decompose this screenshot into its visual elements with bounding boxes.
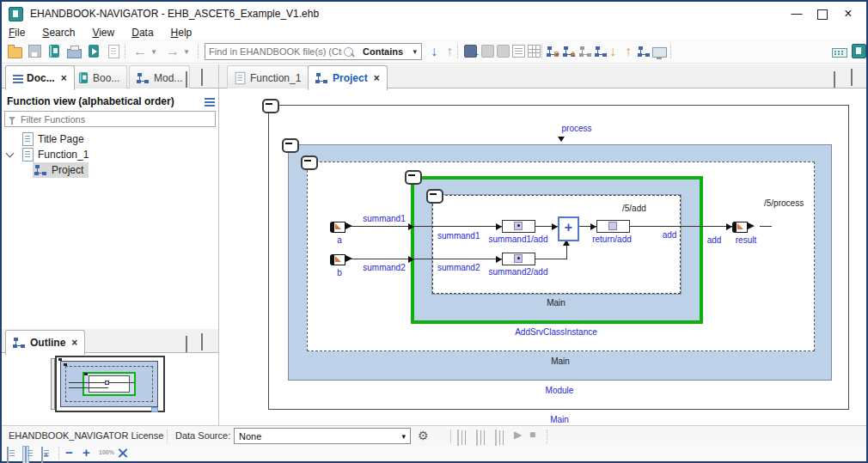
forward-history-caret-icon[interactable]: ▾ bbox=[182, 43, 191, 59]
tab-label: Project bbox=[333, 72, 368, 84]
outline-thumbnail[interactable] bbox=[55, 356, 165, 412]
collapse-outer-main-button[interactable] bbox=[262, 99, 279, 113]
back-history-caret-icon[interactable]: ▾ bbox=[150, 43, 158, 59]
tree-item-project[interactable]: Project bbox=[33, 162, 89, 178]
module-label: Module bbox=[534, 386, 585, 395]
single-page-view-icon[interactable] bbox=[7, 448, 9, 463]
page-icon bbox=[235, 71, 246, 83]
close-icon[interactable]: × bbox=[374, 72, 380, 84]
close-button[interactable]: × bbox=[835, 3, 861, 24]
summand1-add-block[interactable] bbox=[502, 220, 535, 233]
export-icon[interactable] bbox=[86, 43, 101, 59]
output-port-result[interactable] bbox=[732, 222, 748, 233]
drill-up-icon[interactable]: ↑ bbox=[620, 43, 636, 59]
search-icon bbox=[344, 47, 353, 57]
menu-view[interactable]: View bbox=[92, 27, 114, 39]
tree-item-function-1[interactable]: Function_1 bbox=[7, 147, 89, 162]
return-add-label: return/add bbox=[578, 235, 646, 244]
tree-item-title-page[interactable]: Title Page bbox=[22, 131, 84, 147]
window-title: EHANDBOOK-NAVIGATOR - EHB_ASCET6_Example… bbox=[30, 8, 319, 20]
tree-expander-icon[interactable] bbox=[6, 149, 15, 157]
filter-functions-input[interactable] bbox=[19, 113, 203, 125]
experiment-window-icon[interactable] bbox=[457, 430, 459, 446]
component-history-icon[interactable] bbox=[480, 43, 495, 59]
save-icon[interactable] bbox=[27, 43, 42, 59]
collapse-module-button[interactable] bbox=[282, 138, 299, 153]
contains-dropdown[interactable]: Contains ▾ bbox=[358, 43, 422, 60]
input-a-label: a bbox=[331, 235, 348, 245]
open-file-icon[interactable] bbox=[7, 43, 22, 59]
measure-window-icon[interactable] bbox=[476, 430, 478, 446]
show-annotations-icon[interactable]: A bbox=[561, 43, 577, 59]
show-links-icon[interactable] bbox=[578, 43, 593, 59]
maximize-outline-button[interactable] bbox=[201, 335, 203, 350]
navigate-back-icon[interactable]: ← bbox=[132, 43, 148, 59]
minimize-editor-button[interactable] bbox=[834, 72, 835, 88]
find-previous-icon[interactable]: ↑ bbox=[442, 43, 457, 59]
calibrate-window-icon[interactable] bbox=[495, 430, 497, 446]
return-add-block[interactable] bbox=[596, 220, 630, 233]
menu-file[interactable]: File bbox=[9, 27, 25, 39]
maximize-button[interactable] bbox=[810, 3, 835, 24]
table-config-icon[interactable] bbox=[526, 43, 541, 59]
annotation-page-view-icon[interactable]: a bbox=[41, 448, 43, 463]
adder-block[interactable]: + bbox=[558, 216, 579, 241]
print-icon[interactable] bbox=[66, 43, 82, 59]
minimize-button[interactable]: — bbox=[784, 3, 810, 24]
play-icon[interactable]: ▶ bbox=[514, 429, 522, 441]
find-next-icon[interactable]: ↓ bbox=[426, 43, 442, 59]
arrowhead bbox=[408, 256, 414, 263]
chevron-down-icon: ▾ bbox=[401, 432, 406, 441]
menu-search[interactable]: Search bbox=[42, 27, 75, 39]
close-icon[interactable]: × bbox=[71, 337, 77, 349]
zoom-100-button[interactable]: 100% bbox=[99, 449, 114, 455]
drill-down-icon[interactable]: ↓ bbox=[605, 43, 620, 59]
find-input[interactable] bbox=[205, 46, 344, 58]
add-component-icon[interactable]: + bbox=[462, 43, 478, 59]
navigate-forward-icon[interactable]: → bbox=[165, 43, 180, 59]
about-ehandbook-icon[interactable] bbox=[851, 43, 866, 59]
keyboard-shortcuts-icon[interactable] bbox=[832, 43, 847, 59]
app-logo-icon bbox=[9, 7, 23, 21]
tab-project[interactable]: Project × bbox=[308, 65, 388, 90]
zoom-out-button[interactable]: − bbox=[65, 445, 73, 460]
tab-function-1[interactable]: Function_1 bbox=[227, 65, 309, 89]
data-source-dropdown[interactable]: None ▾ bbox=[234, 428, 411, 444]
collapse-mid-main-button[interactable] bbox=[301, 155, 318, 170]
menu-help[interactable]: Help bbox=[171, 27, 193, 39]
component-unplug-icon[interactable] bbox=[495, 43, 510, 59]
book-view-button[interactable] bbox=[22, 446, 29, 463]
tab-models[interactable]: Mod... bbox=[129, 65, 190, 89]
pdf-export-icon[interactable] bbox=[106, 43, 121, 59]
menu-data[interactable]: Data bbox=[131, 27, 153, 39]
collapse-class-button[interactable] bbox=[405, 170, 422, 185]
tree-item-label: Title Page bbox=[38, 133, 84, 145]
close-icon[interactable]: × bbox=[61, 72, 67, 84]
tab-outline[interactable]: Outline × bbox=[5, 330, 85, 355]
minimize-outline-button[interactable] bbox=[186, 337, 187, 352]
input-port-a[interactable] bbox=[330, 222, 345, 233]
module-icon bbox=[35, 165, 40, 168]
diagram-overview-icon[interactable] bbox=[636, 43, 651, 59]
settings-gear-icon[interactable]: ⚙ bbox=[418, 429, 429, 442]
input-port-b[interactable] bbox=[330, 254, 345, 265]
panel-splitter[interactable] bbox=[218, 64, 219, 425]
stop-icon[interactable]: ■ bbox=[529, 429, 535, 441]
tab-bookmarks[interactable]: Boo... bbox=[70, 65, 127, 89]
maximize-editor-button[interactable] bbox=[851, 70, 853, 86]
maximize-panel-button[interactable] bbox=[201, 70, 203, 86]
minimize-panel-button[interactable] bbox=[186, 72, 187, 88]
tab-documents[interactable]: Doc... × bbox=[5, 65, 75, 90]
arrowhead bbox=[726, 223, 732, 230]
diagram-canvas[interactable]: Main process Module Main AddSrvClassInst… bbox=[221, 88, 866, 425]
list-view-icon[interactable] bbox=[510, 43, 526, 59]
ehandbook-file-icon[interactable] bbox=[46, 43, 62, 59]
presentation-view-icon[interactable] bbox=[651, 43, 667, 59]
show-data-icon[interactable]: D bbox=[545, 43, 560, 59]
zoom-in-button[interactable]: + bbox=[83, 445, 90, 460]
tab-label: Boo... bbox=[93, 72, 119, 84]
outline-resize-handle[interactable] bbox=[151, 407, 158, 412]
collapse-inner-main-button[interactable] bbox=[426, 189, 443, 204]
summand2-add-block[interactable] bbox=[502, 253, 535, 265]
tab-label: Doc... bbox=[27, 72, 55, 84]
